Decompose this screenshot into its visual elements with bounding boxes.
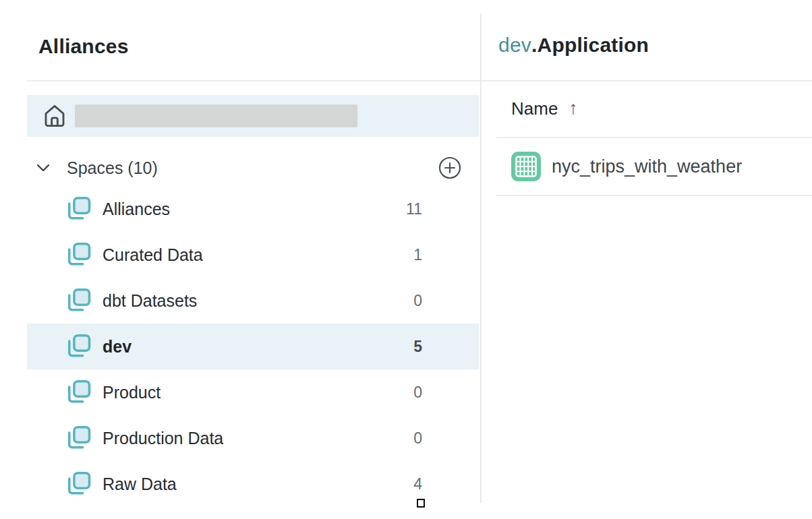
- plus-circle-icon: [438, 156, 461, 179]
- breadcrumb-space-link[interactable]: dev: [498, 34, 531, 56]
- entity-list-panel: dev.Application Name ↑: [481, 0, 812, 519]
- space-count: 11: [406, 186, 422, 232]
- space-icon: [65, 332, 93, 361]
- sidebar-item-production-data[interactable]: Production Data 0: [27, 415, 479, 461]
- space-count: 0: [413, 369, 422, 415]
- divider: [496, 195, 812, 196]
- breadcrumb-entity-name: Application: [538, 34, 649, 56]
- space-label: Curated Data: [103, 245, 203, 265]
- sidebar-item-alliances[interactable]: Alliances 11: [27, 186, 479, 232]
- space-label: Production Data: [103, 429, 223, 448]
- spaces-sidebar: Alliances Spaces (10): [0, 0, 481, 519]
- sidebar-item-dev[interactable]: dev 5: [27, 324, 479, 369]
- divider: [27, 80, 481, 82]
- home-row[interactable]: [27, 95, 479, 137]
- app-window: Alliances Spaces (10): [0, 0, 812, 519]
- space-icon: [65, 377, 93, 407]
- space-icon: [65, 194, 93, 224]
- sort-asc-icon: ↑: [569, 99, 578, 117]
- space-count: 1: [413, 232, 422, 278]
- add-space-button[interactable]: [438, 156, 461, 179]
- redacted-text-placeholder: [75, 104, 357, 127]
- sidebar-item-curated-data[interactable]: Curated Data 1: [27, 232, 479, 278]
- space-label: dbt Datasets: [103, 291, 197, 311]
- space-icon: [65, 240, 93, 270]
- page-title: dev.Application: [498, 34, 649, 57]
- space-icon: [65, 286, 93, 315]
- space-icon: [65, 423, 93, 453]
- space-label: Alliances: [103, 200, 170, 219]
- space-count: 0: [413, 278, 422, 324]
- home-icon: [41, 102, 68, 130]
- breadcrumb-separator: .: [531, 34, 538, 56]
- sidebar-item-product[interactable]: Product 0: [27, 369, 479, 415]
- stray-glyph-box: [417, 499, 425, 508]
- sidebar-title: Alliances: [38, 35, 129, 58]
- table-grid-icon: [511, 152, 541, 181]
- sidebar-item-dbt-datasets[interactable]: dbt Datasets 0: [27, 278, 479, 324]
- space-list: Alliances 11 Curated Data 1: [27, 186, 479, 507]
- table-row-nyc-trips-with-weather[interactable]: nyc_trips_with_weather: [481, 138, 812, 195]
- sidebar-item-raw-data[interactable]: Raw Data 4: [27, 461, 479, 507]
- spaces-section-header: Spaces (10): [27, 150, 479, 186]
- column-header-label: Name: [511, 98, 558, 119]
- space-label: Raw Data: [103, 475, 177, 494]
- column-header-name[interactable]: Name ↑: [511, 96, 578, 121]
- space-count: 0: [413, 415, 422, 461]
- space-icon: [65, 469, 93, 499]
- chevron-down-icon[interactable]: [36, 162, 51, 173]
- space-count: 5: [413, 324, 422, 369]
- space-label: Product: [103, 383, 161, 402]
- space-label: dev: [103, 337, 132, 357]
- spaces-section-label: Spaces (10): [67, 158, 158, 178]
- divider: [481, 80, 812, 82]
- dataset-name: nyc_trips_with_weather: [552, 156, 742, 177]
